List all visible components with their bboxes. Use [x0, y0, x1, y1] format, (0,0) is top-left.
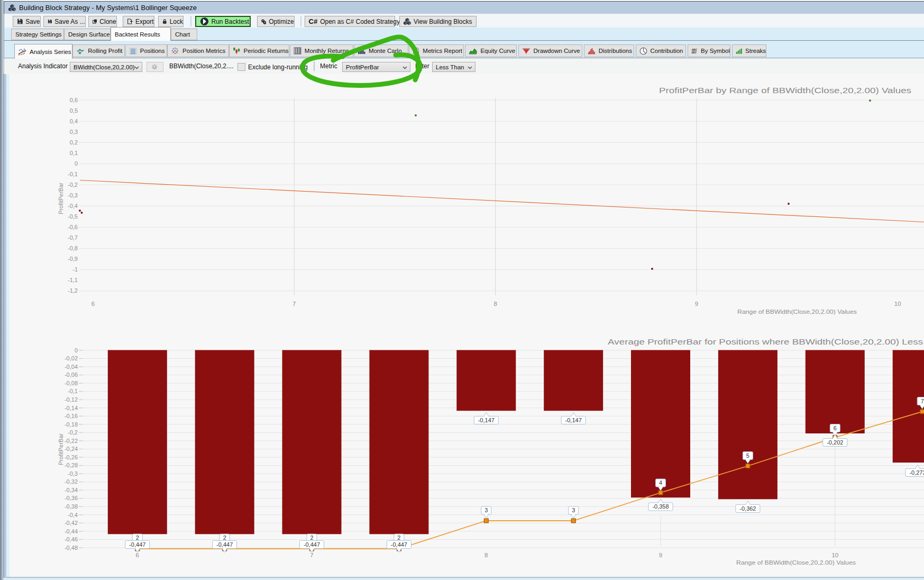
svg-text:4: 4	[659, 479, 662, 486]
svg-text:-0,447: -0,447	[216, 541, 233, 548]
svg-text:10: 10	[894, 301, 901, 307]
svg-text:-0,9: -0,9	[68, 256, 78, 262]
svg-text:-0,26: -0,26	[65, 454, 78, 460]
svg-text:-0,46: -0,46	[65, 536, 78, 542]
svg-text:-0,06: -0,06	[65, 371, 78, 378]
svg-text:3: 3	[484, 507, 488, 513]
svg-text:DEF: DEF	[691, 51, 697, 54]
svg-text:5: 5	[746, 452, 749, 459]
svg-text:ABC: ABC	[691, 49, 697, 51]
svg-text:Range of BBWidth(Close,20,2.00: Range of BBWidth(Close,20,2.00) Values	[737, 309, 857, 315]
svg-text:0: 0	[75, 160, 78, 167]
svg-text:7: 7	[921, 398, 924, 404]
svg-text:ProfitPerBar: ProfitPerBar	[58, 183, 64, 214]
svg-text:-0,362: -0,362	[739, 505, 756, 512]
svg-text:-1,2: -1,2	[68, 287, 78, 294]
svg-text:-0,18: -0,18	[65, 421, 78, 428]
svg-text:2: 2	[223, 534, 226, 541]
svg-text:-0,1: -0,1	[68, 171, 78, 177]
svg-text:-0,447: -0,447	[391, 541, 407, 548]
svg-text:-0,3: -0,3	[68, 470, 78, 477]
svg-text:-0,202: -0,202	[827, 439, 843, 446]
svg-text:-0,4: -0,4	[68, 512, 78, 518]
svg-text:-0,04: -0,04	[65, 364, 78, 370]
svg-text:6: 6	[136, 552, 139, 558]
svg-text:-0,6: -0,6	[68, 224, 78, 230]
svg-text:-0,42: -0,42	[65, 520, 78, 526]
svg-text:0,1: 0,1	[70, 150, 78, 156]
svg-text:7: 7	[310, 552, 313, 558]
svg-text:3: 3	[572, 507, 575, 513]
svg-text:-0,447: -0,447	[304, 541, 320, 548]
svg-text:-0,12: -0,12	[65, 396, 78, 403]
svg-text:2: 2	[397, 534, 400, 541]
svg-text:-0,22: -0,22	[65, 438, 78, 444]
svg-text:-0,48: -0,48	[65, 545, 78, 551]
svg-text:-0,36: -0,36	[65, 495, 78, 501]
svg-text:0: 0	[75, 347, 78, 354]
svg-text:0,3: 0,3	[70, 129, 78, 135]
svg-text:Range of BBWidth(Close,20,2.00: Range of BBWidth(Close,20,2.00) Values	[736, 559, 856, 566]
svg-text:-1,1: -1,1	[68, 277, 78, 283]
svg-text:0,5: 0,5	[70, 107, 78, 114]
svg-text:9: 9	[659, 552, 662, 558]
svg-text:2: 2	[310, 534, 313, 541]
svg-text:-0,147: -0,147	[565, 417, 582, 423]
svg-text:-1: -1	[72, 266, 78, 273]
svg-text:10: 10	[831, 552, 838, 558]
svg-text:-0,34: -0,34	[65, 487, 78, 493]
svg-text:7: 7	[292, 301, 296, 307]
svg-text:-0,273: -0,273	[909, 469, 924, 476]
svg-text:-0,28: -0,28	[65, 462, 78, 468]
svg-text:8: 8	[484, 552, 488, 558]
svg-text:-0,1: -0,1	[68, 388, 78, 394]
svg-text:-0,2: -0,2	[68, 182, 78, 188]
svg-text:8: 8	[493, 301, 497, 307]
svg-text:-0,44: -0,44	[65, 528, 78, 534]
svg-text:-0,5: -0,5	[68, 213, 78, 220]
svg-text:-0,358: -0,358	[652, 503, 669, 510]
svg-text:-0,4: -0,4	[68, 203, 78, 209]
svg-text:-0,08: -0,08	[65, 380, 78, 386]
svg-text:6: 6	[92, 301, 95, 307]
svg-text:-0,3: -0,3	[68, 192, 78, 198]
svg-text:-0,8: -0,8	[68, 245, 78, 251]
svg-text:-0,2: -0,2	[68, 429, 78, 436]
svg-text:-0,24: -0,24	[65, 446, 78, 452]
svg-text:-0,38: -0,38	[65, 503, 78, 510]
svg-text:ProfitPerBar by Range of BBWid: ProfitPerBar by Range of BBWidth(Close,2…	[659, 86, 911, 95]
svg-text:-0,14: -0,14	[65, 405, 78, 411]
svg-text:-0,02: -0,02	[65, 355, 78, 361]
svg-text:-0,147: -0,147	[478, 417, 495, 423]
svg-text:-0,7: -0,7	[68, 234, 78, 241]
svg-text:2: 2	[136, 534, 139, 541]
svg-text:-0,32: -0,32	[65, 478, 78, 485]
svg-text:0,2: 0,2	[70, 139, 78, 146]
svg-text:0,4: 0,4	[70, 118, 78, 124]
svg-text:9: 9	[695, 301, 698, 307]
svg-text:Average ProfitPerBar for Posit: Average ProfitPerBar for Positions where…	[608, 337, 924, 346]
svg-text:ProfitPerBar: ProfitPerBar	[58, 433, 64, 465]
svg-text:-0,16: -0,16	[65, 413, 78, 419]
svg-text:-0,447: -0,447	[129, 541, 145, 548]
svg-text:0,6: 0,6	[70, 97, 78, 103]
svg-text:6: 6	[834, 425, 837, 431]
